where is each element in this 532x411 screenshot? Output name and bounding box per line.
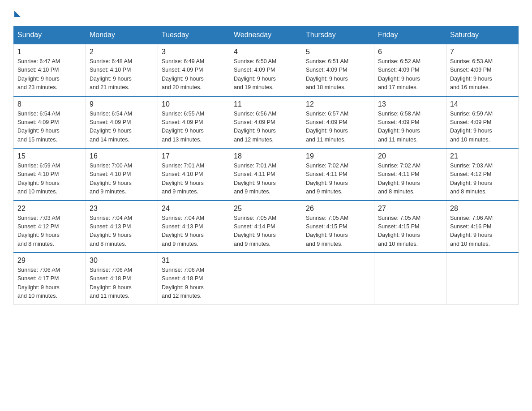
day-info: Sunrise: 7:06 AMSunset: 4:16 PMDaylight:… bbox=[450, 214, 515, 249]
day-number: 11 bbox=[234, 100, 298, 108]
day-info: Sunrise: 7:06 AMSunset: 4:17 PMDaylight:… bbox=[17, 266, 82, 301]
day-number: 12 bbox=[306, 100, 370, 108]
calendar-cell: 27 Sunrise: 7:05 AMSunset: 4:15 PMDaylig… bbox=[374, 201, 446, 253]
calendar-cell: 17 Sunrise: 7:01 AMSunset: 4:10 PMDaylig… bbox=[158, 148, 230, 201]
calendar-table: SundayMondayTuesdayWednesdayThursdayFrid… bbox=[13, 26, 519, 305]
day-number: 6 bbox=[378, 48, 442, 56]
day-info: Sunrise: 7:05 AMSunset: 4:14 PMDaylight:… bbox=[234, 214, 298, 249]
day-info: Sunrise: 6:57 AMSunset: 4:09 PMDaylight:… bbox=[306, 110, 370, 145]
calendar-cell: 1 Sunrise: 6:47 AMSunset: 4:10 PMDayligh… bbox=[14, 44, 86, 96]
calendar-cell: 29 Sunrise: 7:06 AMSunset: 4:17 PMDaylig… bbox=[14, 253, 86, 304]
day-info: Sunrise: 6:58 AMSunset: 4:09 PMDaylight:… bbox=[378, 110, 442, 145]
day-number: 1 bbox=[17, 48, 82, 56]
calendar-week-row: 29 Sunrise: 7:06 AMSunset: 4:17 PMDaylig… bbox=[14, 253, 519, 304]
day-number: 17 bbox=[162, 152, 226, 160]
day-number: 28 bbox=[450, 205, 515, 213]
calendar-cell: 9 Sunrise: 6:54 AMSunset: 4:09 PMDayligh… bbox=[86, 96, 158, 149]
day-number: 20 bbox=[378, 152, 442, 160]
day-info: Sunrise: 7:02 AMSunset: 4:11 PMDaylight:… bbox=[306, 162, 370, 197]
header bbox=[13, 9, 519, 17]
calendar-cell: 16 Sunrise: 7:00 AMSunset: 4:10 PMDaylig… bbox=[86, 148, 158, 201]
day-info: Sunrise: 6:48 AMSunset: 4:10 PMDaylight:… bbox=[90, 57, 154, 92]
day-number: 22 bbox=[17, 205, 82, 213]
day-info: Sunrise: 7:03 AMSunset: 4:12 PMDaylight:… bbox=[450, 162, 515, 197]
day-info: Sunrise: 6:56 AMSunset: 4:09 PMDaylight:… bbox=[234, 110, 298, 145]
calendar-cell bbox=[446, 253, 519, 304]
calendar-cell: 13 Sunrise: 6:58 AMSunset: 4:09 PMDaylig… bbox=[374, 96, 446, 149]
day-number: 2 bbox=[90, 48, 154, 56]
calendar-cell: 4 Sunrise: 6:50 AMSunset: 4:09 PMDayligh… bbox=[230, 44, 302, 96]
logo bbox=[13, 9, 21, 17]
day-info: Sunrise: 6:53 AMSunset: 4:09 PMDaylight:… bbox=[450, 57, 515, 92]
col-header-monday: Monday bbox=[86, 26, 158, 44]
col-header-tuesday: Tuesday bbox=[158, 26, 230, 44]
day-info: Sunrise: 7:06 AMSunset: 4:18 PMDaylight:… bbox=[90, 266, 154, 301]
day-info: Sunrise: 6:54 AMSunset: 4:09 PMDaylight:… bbox=[90, 110, 154, 145]
calendar-cell: 31 Sunrise: 7:06 AMSunset: 4:18 PMDaylig… bbox=[158, 253, 230, 304]
calendar-week-row: 1 Sunrise: 6:47 AMSunset: 4:10 PMDayligh… bbox=[14, 44, 519, 96]
calendar-header-row: SundayMondayTuesdayWednesdayThursdayFrid… bbox=[14, 26, 519, 44]
day-number: 25 bbox=[234, 205, 298, 213]
day-info: Sunrise: 7:04 AMSunset: 4:13 PMDaylight:… bbox=[90, 214, 154, 249]
day-number: 4 bbox=[234, 48, 298, 56]
day-info: Sunrise: 7:05 AMSunset: 4:15 PMDaylight:… bbox=[378, 214, 442, 249]
day-info: Sunrise: 7:00 AMSunset: 4:10 PMDaylight:… bbox=[90, 162, 154, 197]
calendar-cell: 23 Sunrise: 7:04 AMSunset: 4:13 PMDaylig… bbox=[86, 201, 158, 253]
calendar-cell: 11 Sunrise: 6:56 AMSunset: 4:09 PMDaylig… bbox=[230, 96, 302, 149]
day-number: 26 bbox=[306, 205, 370, 213]
day-info: Sunrise: 7:01 AMSunset: 4:11 PMDaylight:… bbox=[234, 162, 298, 197]
day-info: Sunrise: 6:55 AMSunset: 4:09 PMDaylight:… bbox=[162, 110, 226, 145]
day-number: 3 bbox=[162, 48, 226, 56]
day-info: Sunrise: 6:49 AMSunset: 4:09 PMDaylight:… bbox=[162, 57, 226, 92]
day-number: 10 bbox=[162, 100, 226, 108]
day-info: Sunrise: 7:01 AMSunset: 4:10 PMDaylight:… bbox=[162, 162, 226, 197]
calendar-cell: 28 Sunrise: 7:06 AMSunset: 4:16 PMDaylig… bbox=[446, 201, 519, 253]
day-number: 31 bbox=[162, 257, 226, 265]
calendar-cell: 22 Sunrise: 7:03 AMSunset: 4:12 PMDaylig… bbox=[14, 201, 86, 253]
calendar-cell: 5 Sunrise: 6:51 AMSunset: 4:09 PMDayligh… bbox=[302, 44, 374, 96]
calendar-cell: 2 Sunrise: 6:48 AMSunset: 4:10 PMDayligh… bbox=[86, 44, 158, 96]
col-header-sunday: Sunday bbox=[14, 26, 86, 44]
day-number: 19 bbox=[306, 152, 370, 160]
day-number: 14 bbox=[450, 100, 515, 108]
day-info: Sunrise: 6:47 AMSunset: 4:10 PMDaylight:… bbox=[17, 57, 82, 92]
day-number: 13 bbox=[378, 100, 442, 108]
day-number: 29 bbox=[17, 257, 82, 265]
calendar-cell: 20 Sunrise: 7:02 AMSunset: 4:11 PMDaylig… bbox=[374, 148, 446, 201]
day-number: 23 bbox=[90, 205, 154, 213]
day-info: Sunrise: 6:54 AMSunset: 4:09 PMDaylight:… bbox=[17, 110, 82, 145]
calendar-cell: 10 Sunrise: 6:55 AMSunset: 4:09 PMDaylig… bbox=[158, 96, 230, 149]
day-number: 7 bbox=[450, 48, 515, 56]
day-info: Sunrise: 6:59 AMSunset: 4:09 PMDaylight:… bbox=[450, 110, 515, 145]
col-header-saturday: Saturday bbox=[446, 26, 519, 44]
calendar-cell: 8 Sunrise: 6:54 AMSunset: 4:09 PMDayligh… bbox=[14, 96, 86, 149]
day-info: Sunrise: 6:51 AMSunset: 4:09 PMDaylight:… bbox=[306, 57, 370, 92]
calendar-cell: 14 Sunrise: 6:59 AMSunset: 4:09 PMDaylig… bbox=[446, 96, 519, 149]
calendar-cell: 19 Sunrise: 7:02 AMSunset: 4:11 PMDaylig… bbox=[302, 148, 374, 201]
calendar-week-row: 15 Sunrise: 6:59 AMSunset: 4:10 PMDaylig… bbox=[14, 148, 519, 201]
day-number: 30 bbox=[90, 257, 154, 265]
day-number: 24 bbox=[162, 205, 226, 213]
day-info: Sunrise: 6:50 AMSunset: 4:09 PMDaylight:… bbox=[234, 57, 298, 92]
calendar-week-row: 22 Sunrise: 7:03 AMSunset: 4:12 PMDaylig… bbox=[14, 201, 519, 253]
calendar-week-row: 8 Sunrise: 6:54 AMSunset: 4:09 PMDayligh… bbox=[14, 96, 519, 149]
calendar-cell: 25 Sunrise: 7:05 AMSunset: 4:14 PMDaylig… bbox=[230, 201, 302, 253]
calendar-cell bbox=[302, 253, 374, 304]
calendar-cell: 24 Sunrise: 7:04 AMSunset: 4:13 PMDaylig… bbox=[158, 201, 230, 253]
day-info: Sunrise: 7:04 AMSunset: 4:13 PMDaylight:… bbox=[162, 214, 226, 249]
day-number: 8 bbox=[17, 100, 82, 108]
calendar-cell: 30 Sunrise: 7:06 AMSunset: 4:18 PMDaylig… bbox=[86, 253, 158, 304]
calendar-cell: 21 Sunrise: 7:03 AMSunset: 4:12 PMDaylig… bbox=[446, 148, 519, 201]
logo-arrow-icon bbox=[14, 11, 21, 17]
day-info: Sunrise: 7:06 AMSunset: 4:18 PMDaylight:… bbox=[162, 266, 226, 301]
day-number: 27 bbox=[378, 205, 442, 213]
calendar-cell: 6 Sunrise: 6:52 AMSunset: 4:09 PMDayligh… bbox=[374, 44, 446, 96]
calendar-cell bbox=[230, 253, 302, 304]
day-info: Sunrise: 6:52 AMSunset: 4:09 PMDaylight:… bbox=[378, 57, 442, 92]
calendar-cell: 12 Sunrise: 6:57 AMSunset: 4:09 PMDaylig… bbox=[302, 96, 374, 149]
calendar-cell: 26 Sunrise: 7:05 AMSunset: 4:15 PMDaylig… bbox=[302, 201, 374, 253]
day-number: 21 bbox=[450, 152, 515, 160]
day-number: 16 bbox=[90, 152, 154, 160]
day-number: 9 bbox=[90, 100, 154, 108]
col-header-friday: Friday bbox=[374, 26, 446, 44]
